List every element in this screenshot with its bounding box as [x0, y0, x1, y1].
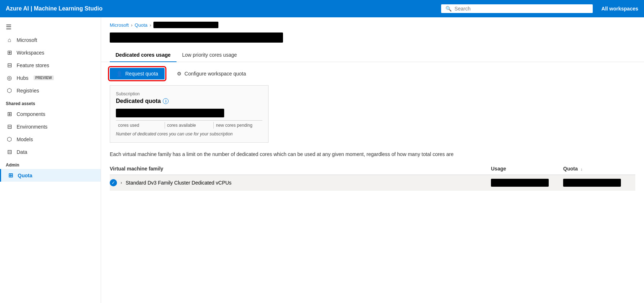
sidebar-item-workspaces[interactable]: ⊞ Workspaces [0, 46, 101, 59]
tab-low-priority[interactable]: Low priority cores usage [177, 48, 243, 62]
row-usage-cell [491, 179, 563, 187]
hubs-icon: ◎ [6, 74, 13, 81]
cores-used-label: cores used [116, 122, 165, 129]
breadcrumb: Microsoft › Quota › [101, 17, 644, 33]
registries-icon: ⬡ [6, 87, 13, 94]
preview-badge: PREVIEW [34, 75, 54, 80]
sidebar: ☰ ⌂ Microsoft ⊞ Workspaces ⊟ Feature sto… [0, 17, 101, 303]
breadcrumb-sep-1: › [131, 22, 132, 28]
main-content: Microsoft › Quota › Dedicated cores usag… [101, 17, 644, 303]
table-section: Virtual machine family Usage Quota ↓ ✓ ›… [101, 163, 644, 191]
request-quota-icon: 👤 [116, 71, 122, 77]
sidebar-item-components[interactable]: ⊞ Components [0, 108, 101, 120]
row-quota-redacted [563, 179, 621, 187]
sidebar-item-environments[interactable]: ⊟ Environments [0, 120, 101, 133]
hamburger-button[interactable]: ☰ [0, 20, 101, 34]
breadcrumb-microsoft[interactable]: Microsoft [110, 22, 129, 28]
actions-row: 👤 Request quota ⚙ Configure workspace qu… [101, 62, 644, 85]
card-title-text: Dedicated quota [116, 98, 161, 104]
sidebar-item-registries[interactable]: ⬡ Registries [0, 84, 101, 97]
sidebar-item-label: Feature stores [17, 62, 49, 68]
sidebar-item-label: Hubs [17, 75, 29, 81]
row-vm-name: Standard Dv3 Family Cluster Dedicated vC… [126, 180, 231, 186]
all-workspaces-link[interactable]: All workspaces [601, 6, 638, 12]
col-usage: Usage [491, 166, 563, 172]
quota-note: Number of dedicated cores you can use fo… [116, 131, 262, 137]
info-icon[interactable]: i [163, 98, 169, 104]
configure-icon: ⚙ [177, 71, 182, 77]
breadcrumb-sep-2: › [150, 22, 151, 28]
sort-icon[interactable]: ↓ [580, 167, 583, 171]
sidebar-item-quota[interactable]: ⊞ Quota [0, 169, 101, 182]
tab-dedicated[interactable]: Dedicated cores usage [110, 48, 177, 62]
cores-available-label: cores available [165, 122, 214, 129]
sidebar-item-feature-stores[interactable]: ⊟ Feature stores [0, 59, 101, 72]
tabs-row: Dedicated cores usage Low priority cores… [101, 48, 644, 62]
page-title-redacted [110, 33, 283, 43]
col-vm-family: Virtual machine family [110, 166, 491, 172]
row-quota-cell [563, 179, 635, 187]
hamburger-icon: ☰ [6, 23, 12, 31]
home-icon: ⌂ [6, 37, 13, 43]
sidebar-item-hubs[interactable]: ◎ Hubs PREVIEW [0, 72, 101, 84]
expand-icon[interactable]: › [121, 180, 122, 185]
workspaces-icon: ⊞ [6, 49, 13, 56]
quota-icon: ⊞ [7, 172, 14, 179]
admin-label: Admin [0, 158, 101, 169]
quota-labels: cores used cores available new cores pen… [116, 120, 262, 129]
search-input[interactable] [454, 6, 588, 12]
sidebar-item-label: Models [17, 137, 33, 142]
table-row: ✓ › Standard Dv3 Family Cluster Dedicate… [110, 175, 635, 191]
sidebar-item-microsoft[interactable]: ⌂ Microsoft [0, 34, 101, 46]
row-check-icon: ✓ [110, 179, 117, 186]
request-quota-label: Request quota [125, 71, 158, 77]
sidebar-item-label: Quota [18, 173, 32, 178]
sidebar-item-label: Microsoft [17, 37, 37, 43]
table-header: Virtual machine family Usage Quota ↓ [110, 163, 635, 175]
request-quota-button[interactable]: 👤 Request quota [110, 68, 165, 79]
configure-workspace-label: Configure workspace quota [184, 71, 246, 77]
sidebar-item-data[interactable]: ⊟ Data [0, 146, 101, 158]
sidebar-item-models[interactable]: ⬡ Models [0, 133, 101, 146]
quota-bar-redacted [116, 109, 224, 117]
breadcrumb-quota[interactable]: Quota [135, 22, 147, 28]
sidebar-item-label: Components [17, 111, 45, 117]
sidebar-item-label: Workspaces [17, 50, 44, 56]
shared-assets-label: Shared assets [0, 97, 101, 108]
environments-icon: ⊟ [6, 123, 13, 130]
app-title: Azure AI | Machine Learning Studio [6, 5, 103, 12]
search-bar[interactable]: 🔍 [441, 4, 593, 13]
subscription-card: Subscription Dedicated quota i cores use… [110, 85, 269, 143]
components-icon: ⊞ [6, 111, 13, 117]
subscription-label: Subscription [116, 91, 262, 96]
data-icon: ⊟ [6, 148, 13, 155]
row-usage-redacted [491, 179, 549, 187]
search-icon: 🔍 [445, 6, 452, 12]
col-quota: Quota ↓ [563, 166, 635, 172]
new-cores-pending-label: new cores pending [214, 122, 262, 129]
sidebar-item-label: Registries [17, 88, 39, 94]
row-left: ✓ › Standard Dv3 Family Cluster Dedicate… [110, 179, 491, 186]
subscription-card-title: Dedicated quota i [116, 98, 262, 104]
models-icon: ⬡ [6, 136, 13, 143]
sidebar-item-label: Environments [17, 124, 48, 130]
configure-workspace-button[interactable]: ⚙ Configure workspace quota [170, 68, 252, 79]
breadcrumb-redacted [153, 22, 218, 28]
sidebar-item-label: Data [17, 149, 27, 155]
top-nav: Azure AI | Machine Learning Studio 🔍 All… [0, 0, 644, 17]
description-text: Each virtual machine family has a limit … [101, 148, 606, 163]
feature-stores-icon: ⊟ [6, 62, 13, 69]
main-layout: ☰ ⌂ Microsoft ⊞ Workspaces ⊟ Feature sto… [0, 17, 644, 303]
